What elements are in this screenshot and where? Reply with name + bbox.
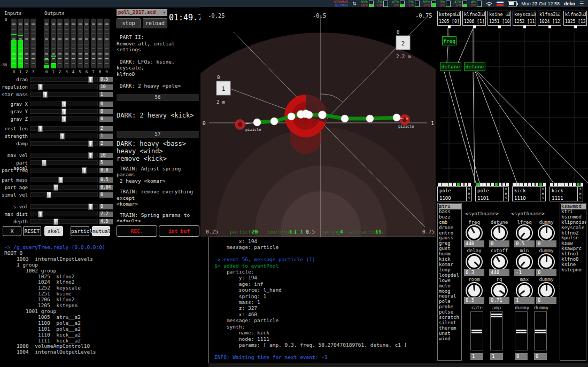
slider-value[interactable]: 0 — [99, 204, 113, 209]
synth-input-port[interactable] — [528, 183, 531, 186]
vslider-value[interactable]: 1 — [470, 353, 483, 360]
knob-lfreq[interactable] — [516, 224, 533, 241]
slider-handle[interactable] — [42, 160, 47, 166]
slider-value[interactable]: 1 — [99, 134, 113, 139]
button-skel[interactable]: skel — [44, 226, 63, 236]
synth-input-port[interactable] — [491, 183, 494, 186]
button-m-toggle[interactable]: M — [503, 192, 508, 197]
synth-input-port[interactable] — [442, 183, 445, 186]
button-m-toggle[interactable]: M — [540, 192, 545, 197]
button-s-toggle[interactable]: S — [503, 196, 508, 201]
lfo-node-ksine[interactable]: ksine1251 [10]x — [488, 11, 511, 26]
slider-handle[interactable] — [60, 133, 65, 139]
cue-counter[interactable]: 56 — [117, 94, 199, 101]
slider-handle[interactable] — [88, 152, 93, 159]
lfo-node-keyscale[interactable]: keyscale1252 [11]x — [513, 11, 536, 26]
button-reset[interactable]: RESET — [23, 226, 41, 236]
slider-value[interactable]: 0 — [99, 109, 113, 114]
knob-value[interactable]: 0.3 — [464, 269, 484, 276]
vslider-handle[interactable] — [491, 314, 502, 317]
synth-input-port[interactable] — [520, 183, 523, 186]
synth-input-port[interactable] — [483, 183, 486, 186]
button-s-toggle[interactable]: S — [466, 196, 471, 201]
node-output-port[interactable] — [548, 26, 551, 28]
synth-input-port[interactable] — [479, 183, 483, 186]
knob-value[interactable]: 1 — [514, 297, 535, 304]
slider-value[interactable]: 2.2 — [99, 212, 113, 217]
synth-input-port[interactable] — [554, 183, 557, 186]
slider-handle[interactable] — [38, 126, 43, 132]
slider-part-mass[interactable] — [30, 177, 98, 182]
vslider-rate[interactable] — [470, 311, 483, 350]
slider-part-age[interactable] — [30, 185, 98, 190]
vslider-value[interactable]: 0 — [534, 353, 547, 360]
param-tag-detune[interactable]: detune — [440, 63, 461, 71]
cue-counter[interactable]: 57 — [117, 131, 199, 138]
slider-handle[interactable] — [61, 116, 66, 122]
synth-input-port[interactable] — [445, 183, 448, 186]
slider-simul-vel[interactable] — [30, 192, 98, 197]
synth-input-port[interactable] — [453, 183, 456, 186]
button-x[interactable]: X — [3, 226, 21, 236]
lfo-node-klfno2[interactable]: klfno21206 [1]x — [462, 11, 486, 26]
slider-damp[interactable] — [30, 141, 98, 146]
slider-value[interactable]: 0 — [99, 116, 113, 122]
slider-value[interactable]: 10 — [99, 153, 113, 158]
knob-value[interactable]: 440 — [464, 240, 484, 247]
slider-value[interactable]: 10 — [99, 84, 113, 90]
synth-input-port[interactable] — [573, 183, 576, 186]
synth-input-port[interactable] — [465, 183, 468, 186]
slider-value[interactable]: 2 — [99, 141, 113, 146]
knob-value[interactable]: 0 — [489, 240, 509, 247]
node-output-port[interactable] — [448, 26, 451, 28]
slider-repulsion[interactable] — [30, 84, 98, 89]
stop-button[interactable]: stop — [117, 18, 141, 28]
list-item-melo[interactable]: melo — [439, 284, 461, 289]
slider-handle[interactable] — [38, 84, 43, 90]
slider-handle[interactable] — [88, 76, 93, 83]
synth-input-port[interactable] — [513, 183, 516, 186]
synth-input-port[interactable] — [516, 183, 520, 186]
knob-value[interactable]: 0.5 — [464, 297, 484, 304]
close-icon[interactable]: x — [582, 12, 586, 16]
slider-part-accel[interactable] — [30, 160, 98, 165]
button-x-toggle[interactable]: X — [540, 187, 545, 192]
param-tag-freq[interactable]: freq — [442, 36, 457, 45]
knob-min[interactable] — [516, 253, 533, 270]
slider-value[interactable]: 4.5 — [99, 219, 113, 224]
slider-handle[interactable] — [53, 184, 58, 191]
synth-input-port[interactable] — [438, 183, 441, 186]
slider-value[interactable]: 0 — [99, 192, 113, 198]
menubar-user[interactable]: deko — [564, 1, 575, 6]
button-m-toggle[interactable]: M — [577, 192, 583, 197]
synth-input-port[interactable] — [536, 183, 539, 186]
knob-value[interactable]: 0.5 — [514, 240, 535, 247]
knob-cutoff[interactable] — [491, 253, 508, 270]
slider-handle[interactable] — [38, 211, 43, 217]
synth-input-port[interactable] — [476, 183, 479, 186]
knob-detune[interactable] — [491, 224, 508, 241]
battery-icon[interactable] — [508, 1, 517, 6]
slider-value[interactable]: 0.8 — [99, 168, 113, 173]
knob-value[interactable]: 0 — [536, 297, 556, 304]
list-item-wind[interactable]: wind — [439, 337, 461, 342]
knob-value[interactable]: 0.71 — [489, 297, 509, 304]
synth-input-port[interactable] — [561, 183, 564, 186]
vslider-amp[interactable] — [490, 311, 503, 350]
synth-input-port[interactable] — [468, 183, 471, 186]
synth-input-port[interactable] — [449, 183, 452, 186]
vslider-dummy[interactable] — [515, 311, 528, 350]
slider-value[interactable]: 0 — [99, 101, 113, 107]
synth-input-port[interactable] — [543, 183, 546, 186]
synth-input-port[interactable] — [506, 183, 509, 186]
node-output-port[interactable] — [473, 26, 476, 28]
synth-input-port[interactable] — [581, 183, 584, 186]
knob-value[interactable]: 0 — [536, 269, 556, 276]
slider-value[interactable]: 2 — [99, 126, 113, 131]
slider-value[interactable]: 0.5 — [99, 177, 113, 183]
button-x-toggle[interactable]: X — [503, 187, 508, 192]
button-particl[interactable]: particl — [71, 226, 89, 236]
slider-handle[interactable] — [43, 91, 48, 98]
wifi-icon[interactable] — [486, 1, 492, 6]
menubar-clock[interactable]: Mon 23 Oct 12:58 — [521, 1, 560, 6]
